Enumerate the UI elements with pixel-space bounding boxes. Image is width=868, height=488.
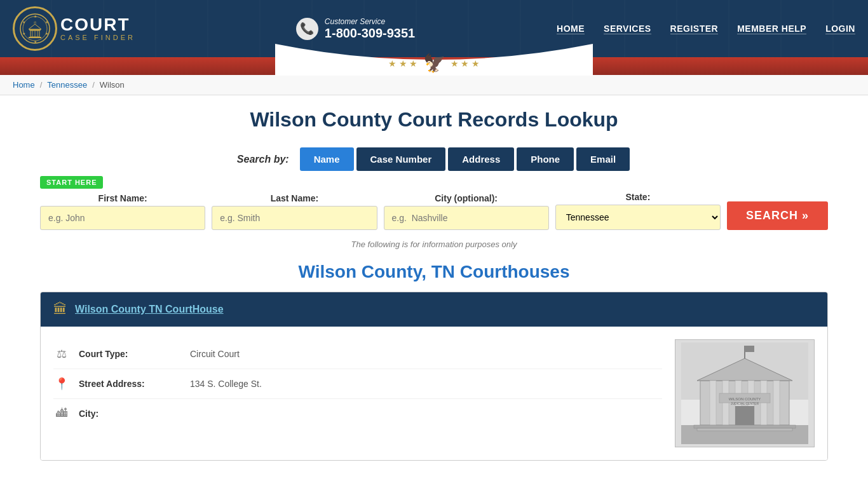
courthouse-body: ⚖ Court Type: Circuit Court 📍 Street Add… xyxy=(41,327,827,460)
nav-services[interactable]: SERVICES xyxy=(604,24,651,34)
street-address-row: 📍 Street Address: 134 S. College St. xyxy=(53,369,662,399)
logo-court-text: COURT xyxy=(60,16,135,34)
breadcrumb-bar: Home / Tennessee / Wilson xyxy=(0,75,868,95)
svg-text:JUDICIAL CENTER: JUDICIAL CENTER xyxy=(731,402,759,405)
star-left: ★ ★ ★ xyxy=(388,58,418,69)
search-section: Search by: Name Case Number Address Phon… xyxy=(40,147,828,249)
court-type-value: Circuit Court xyxy=(190,349,240,359)
phone-icon: 📞 xyxy=(296,18,318,40)
city-label: City (optional): xyxy=(384,193,549,203)
courthouse-image: WILSON COUNTY JUDICIAL CENTER xyxy=(675,339,815,447)
nav-member-help[interactable]: MEMBER HELP xyxy=(737,24,806,34)
city-row: 🏙 City: xyxy=(53,399,662,428)
state-select[interactable]: Tennessee Alabama Alaska California Flor… xyxy=(555,205,721,230)
start-here-badge: START HERE xyxy=(40,176,103,189)
street-address-label: Street Address: xyxy=(79,379,180,389)
cs-label: Customer Service xyxy=(325,17,415,26)
tab-email[interactable]: Email xyxy=(576,147,630,171)
search-form: First Name: Last Name: City (optional): … xyxy=(40,192,828,230)
logo-emblem: ★ ★ ★ ★ ★ ★ ⚖ xyxy=(13,6,57,51)
svg-rect-27 xyxy=(735,406,754,425)
svg-rect-14 xyxy=(29,37,41,38)
cs-text: Customer Service 1-800-309-9351 xyxy=(325,17,415,41)
breadcrumb: Home / Tennessee / Wilson xyxy=(13,80,855,90)
info-note: The following is for information purpose… xyxy=(40,240,828,249)
city-detail-label: City: xyxy=(79,409,180,419)
search-button[interactable]: SEARCH » xyxy=(727,201,828,230)
street-address-value: 134 S. College St. xyxy=(190,379,262,389)
eagle-emblem: ★ ★ ★ 🦅 ★ ★ ★ xyxy=(388,53,480,74)
start-here-wrapper: START HERE xyxy=(40,176,828,189)
court-type-row: ⚖ Court Type: Circuit Court xyxy=(53,339,662,369)
svg-rect-29 xyxy=(697,428,792,431)
svg-text:★: ★ xyxy=(22,32,25,36)
customer-service: 📞 Customer Service 1-800-309-9351 xyxy=(296,17,415,41)
main-nav: HOME SERVICES REGISTER MEMBER HELP LOGIN xyxy=(557,24,855,34)
svg-rect-31 xyxy=(745,346,754,352)
svg-rect-28 xyxy=(694,425,796,428)
svg-text:⚖: ⚖ xyxy=(34,20,37,24)
nav-login[interactable]: LOGIN xyxy=(825,24,855,34)
svg-text:★: ★ xyxy=(34,40,37,44)
breadcrumb-sep-1: / xyxy=(40,80,43,90)
first-name-input[interactable] xyxy=(40,206,205,230)
logo-case-finder-text: CASE FINDER xyxy=(60,34,135,41)
breadcrumb-state[interactable]: Tennessee xyxy=(47,80,87,90)
svg-text:★: ★ xyxy=(34,15,37,18)
svg-marker-13 xyxy=(29,24,41,29)
tab-case-number[interactable]: Case Number xyxy=(356,147,446,171)
logo-area: ★ ★ ★ ★ ★ ★ ⚖ COURT CASE FINDER xyxy=(13,6,135,51)
city-icon: 🏙 xyxy=(53,407,69,420)
cs-number: 1-800-309-9351 xyxy=(325,26,415,41)
courthouse-header: 🏛 Wilson County TN CourtHouse xyxy=(41,292,827,327)
svg-rect-21 xyxy=(710,381,716,425)
breadcrumb-county: Wilson xyxy=(100,80,125,90)
svg-rect-26 xyxy=(773,381,780,425)
tab-address[interactable]: Address xyxy=(448,147,514,171)
last-name-group: Last Name: xyxy=(212,193,377,230)
courthouse-icon: 🏛 xyxy=(53,301,67,318)
svg-text:★: ★ xyxy=(22,20,25,24)
first-name-group: First Name: xyxy=(40,193,205,230)
main-content: Wilson County Court Records Lookup Searc… xyxy=(27,95,841,461)
court-type-label: Court Type: xyxy=(79,349,180,359)
breadcrumb-home[interactable]: Home xyxy=(13,80,35,90)
state-group: State: Tennessee Alabama Alaska Californ… xyxy=(555,192,721,230)
nav-register[interactable]: REGISTER xyxy=(670,24,719,34)
svg-text:WILSON COUNTY: WILSON COUNTY xyxy=(729,397,761,401)
address-icon: 📍 xyxy=(53,377,69,391)
svg-text:★: ★ xyxy=(45,32,48,36)
city-group: City (optional): xyxy=(384,193,549,230)
courthouse-card: 🏛 Wilson County TN CourtHouse ⚖ Court Ty… xyxy=(40,292,828,461)
tab-name[interactable]: Name xyxy=(300,147,354,171)
courthouse-name-link[interactable]: Wilson County TN CourtHouse xyxy=(75,304,224,315)
search-by-label: Search by: xyxy=(237,154,289,165)
state-label: State: xyxy=(555,192,721,202)
courthouse-details: ⚖ Court Type: Circuit Court 📍 Street Add… xyxy=(53,339,662,447)
nav-home[interactable]: HOME xyxy=(557,24,585,34)
red-banner: ★ ★ ★ 🦅 ★ ★ ★ xyxy=(0,57,868,75)
eagle-icon: 🦅 xyxy=(423,53,445,74)
svg-text:★: ★ xyxy=(45,20,48,24)
logo-text: COURT CASE FINDER xyxy=(60,16,135,41)
last-name-label: Last Name: xyxy=(212,193,377,203)
star-right: ★ ★ ★ xyxy=(451,58,480,69)
search-by-row: Search by: Name Case Number Address Phon… xyxy=(40,147,828,171)
courthouses-title: Wilson County, TN Courthouses xyxy=(40,262,828,282)
page-title: Wilson County Court Records Lookup xyxy=(40,108,828,132)
first-name-label: First Name: xyxy=(40,193,205,203)
court-type-icon: ⚖ xyxy=(53,347,69,361)
city-input[interactable] xyxy=(384,206,549,230)
last-name-input[interactable] xyxy=(212,206,377,230)
breadcrumb-sep-2: / xyxy=(92,80,95,90)
tab-phone[interactable]: Phone xyxy=(517,147,574,171)
